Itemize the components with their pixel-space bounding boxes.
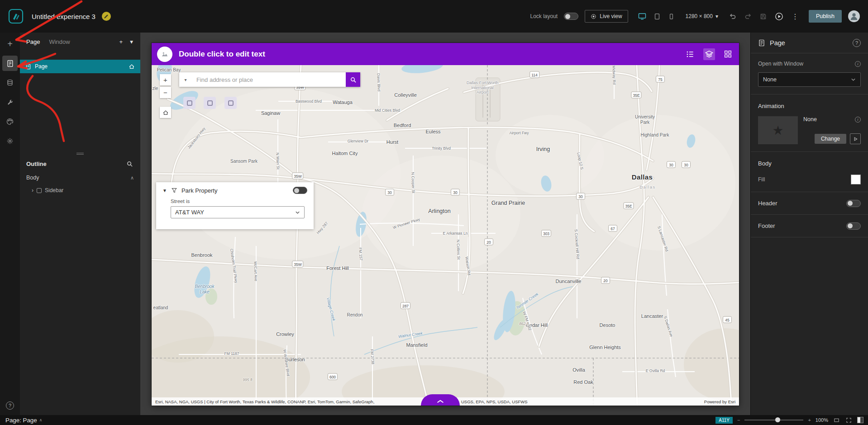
live-view-button[interactable]: Live view <box>585 10 628 23</box>
zoom-out-button[interactable]: − <box>160 87 171 98</box>
lock-layout-toggle[interactable] <box>564 13 578 20</box>
zoom-slider[interactable] <box>744 420 803 420</box>
animation-play-button[interactable] <box>850 133 861 144</box>
tablet-device-button[interactable] <box>653 12 662 21</box>
outline-label: Outline <box>26 161 47 167</box>
zoom-slider-knob[interactable] <box>775 417 780 422</box>
footer-toggle-row: Footer <box>751 215 868 237</box>
zoom-in-button[interactable]: + <box>160 74 171 85</box>
plus-icon: + <box>119 38 123 45</box>
header-text-widget[interactable]: Double click to edit text <box>179 50 265 59</box>
animation-change-button[interactable]: Change <box>815 134 846 144</box>
attribution-text-2: USGS, EPA, NPS, USDA, USFWS <box>461 399 528 404</box>
search-submit-button[interactable] <box>346 72 360 87</box>
preview-play-button[interactable] <box>774 11 784 22</box>
outline-item-sidebar[interactable]: › Sidebar <box>20 184 140 196</box>
header-toggle[interactable] <box>846 200 861 207</box>
body-label: Body <box>758 160 772 167</box>
chevron-down-icon: ▾ <box>130 38 133 45</box>
utility-panel-button[interactable] <box>2 94 18 110</box>
animation-value: None <box>803 116 817 123</box>
filter-value-select[interactable]: AT&T WAY <box>171 206 305 218</box>
animation-section: Animation ★ None i Change <box>751 94 868 152</box>
viewport-size-dropdown[interactable]: 1280 × 800 ▾ <box>686 13 718 19</box>
more-options-button[interactable]: ⋮ <box>791 11 800 22</box>
theme-panel-button[interactable] <box>2 114 18 129</box>
settings-panel-button[interactable] <box>2 133 18 149</box>
bottom-panel-expand-button[interactable] <box>421 394 460 406</box>
map-home-button[interactable] <box>160 107 171 118</box>
fill-color-swatch[interactable] <box>851 175 861 184</box>
outline-body-label: Body <box>26 175 39 181</box>
builder-workspace: Double click to edit text <box>140 33 750 415</box>
widget-placeholder[interactable] <box>204 97 216 109</box>
undo-button[interactable] <box>728 12 737 21</box>
footer-toggle[interactable] <box>846 222 861 230</box>
page-panel-button[interactable] <box>2 56 18 71</box>
map-widget[interactable]: Pelican BayzleSaginawWataugaColleyvilleB… <box>152 65 739 406</box>
publish-button[interactable]: Publish <box>809 10 842 23</box>
page-list-item-selected[interactable]: Page <box>20 60 140 73</box>
redo-button[interactable] <box>744 12 753 21</box>
breadcrumb[interactable]: Page: Page ∧ <box>5 416 43 425</box>
statusbar: Page: Page ∧ A11Y − + 100% <box>0 415 868 425</box>
outline-search-button[interactable] <box>125 160 134 168</box>
attribution-text: Esri, NASA, NGA, USGS | City of Fort Wor… <box>155 399 374 404</box>
expander-icon: › <box>32 187 33 194</box>
user-avatar[interactable] <box>848 10 860 22</box>
widget-placeholder[interactable] <box>183 97 196 109</box>
home-icon <box>129 63 135 70</box>
zoom-in-icon[interactable]: + <box>808 417 811 423</box>
animation-preview-box[interactable]: ★ <box>758 116 798 144</box>
a11y-button[interactable]: A11Y <box>715 417 733 424</box>
fit-to-window-button[interactable] <box>833 416 840 424</box>
page-canvas[interactable]: Double click to edit text <box>152 43 739 406</box>
open-with-window-label: Open with Window <box>758 61 803 67</box>
data-panel-button[interactable] <box>2 75 18 90</box>
image-placeholder[interactable] <box>157 47 172 62</box>
chevron-up-icon <box>435 399 445 404</box>
gear-icon <box>6 137 14 145</box>
help-button[interactable]: ? <box>6 401 14 410</box>
person-icon <box>849 11 859 21</box>
undo-icon <box>729 13 736 20</box>
fullscreen-button[interactable] <box>845 416 853 424</box>
page-options-dropdown[interactable]: ▾ <box>129 38 134 46</box>
statusbar-right: A11Y − + 100% <box>715 416 863 424</box>
page-icon <box>25 64 31 70</box>
outline-drag-handle[interactable] <box>20 151 140 156</box>
zoom-out-icon[interactable]: − <box>737 417 740 423</box>
layers-button[interactable] <box>703 48 715 60</box>
powered-by-esri: Powered by Esri <box>704 399 735 404</box>
help-icon: ? <box>855 40 858 46</box>
page-list-empty-area <box>20 73 140 151</box>
image-mountain-icon <box>161 50 169 58</box>
search-source-dropdown[interactable]: ▾ <box>179 72 192 87</box>
add-page-button[interactable]: + <box>119 38 124 46</box>
live-view-icon <box>591 14 596 19</box>
page-panel: Page Window + ▾ Page Outline Body ∧ › Si… <box>20 33 140 415</box>
filter-toggle[interactable] <box>293 187 307 194</box>
apps-grid-button[interactable] <box>722 48 734 60</box>
filter-expander[interactable]: ▼ <box>162 188 167 193</box>
widget-placeholder[interactable] <box>224 97 237 109</box>
open-with-window-select[interactable]: None <box>758 72 861 87</box>
outline-item-body[interactable]: Body ∧ <box>20 171 140 184</box>
insert-widget-button[interactable]: + <box>2 36 18 52</box>
settings-panel-title: Page <box>770 39 785 47</box>
app-header-widget[interactable]: Double click to edit text <box>152 43 739 65</box>
kebab-icon: ⋮ <box>792 12 799 21</box>
panel-help-button[interactable]: ? <box>853 39 861 47</box>
legend-button[interactable] <box>684 48 696 60</box>
desktop-device-button[interactable] <box>637 12 647 21</box>
edit-title-button[interactable] <box>102 12 111 21</box>
save-button[interactable] <box>759 12 768 21</box>
contrast-toggle[interactable] <box>857 417 863 423</box>
footer-label: Footer <box>758 222 775 229</box>
tab-page[interactable]: Page <box>26 37 40 47</box>
phone-device-button[interactable] <box>667 12 676 21</box>
tab-window[interactable]: Window <box>49 37 70 47</box>
legend-list-icon <box>686 50 695 59</box>
search-input[interactable] <box>192 72 346 87</box>
left-toolbar-rail: + ? <box>0 33 20 415</box>
